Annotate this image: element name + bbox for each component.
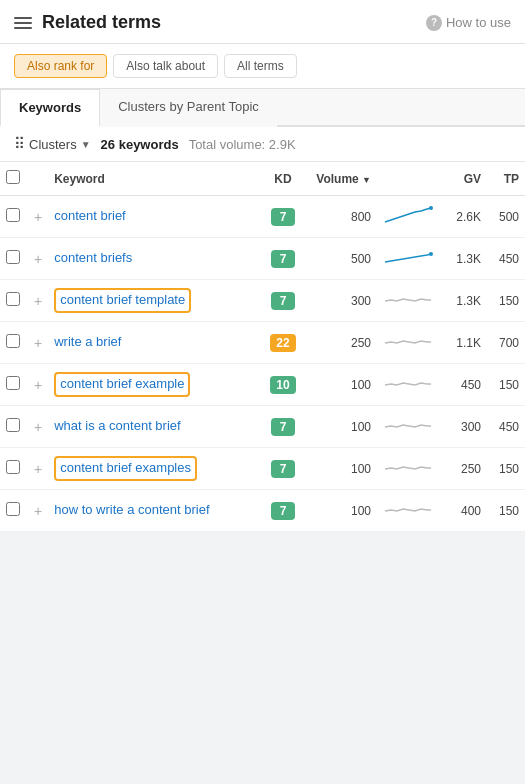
kd-cell: 10	[261, 364, 305, 406]
keyword-link[interactable]: how to write a content brief	[54, 502, 209, 517]
row-checkbox-cell	[0, 280, 28, 322]
table-row: + content brief 7 800 2.6K 500	[0, 196, 525, 238]
header: Related terms ? How to use	[0, 0, 525, 44]
volume-cell: 250	[305, 322, 377, 364]
col-header-volume[interactable]: Volume ▼	[305, 162, 377, 196]
row-checkbox-cell	[0, 322, 28, 364]
add-keyword-cell[interactable]: +	[28, 448, 48, 490]
hamburger-icon[interactable]	[14, 17, 32, 29]
svg-point-1	[429, 252, 433, 256]
row-checkbox[interactable]	[6, 418, 20, 432]
tp-cell: 150	[487, 280, 525, 322]
trend-cell	[377, 196, 439, 238]
clusters-button[interactable]: ⠿ Clusters ▼	[14, 135, 91, 153]
keywords-table: Keyword KD Volume ▼ GV TP + content brie…	[0, 162, 525, 532]
keyword-cell: content brief	[48, 196, 261, 238]
trend-cell	[377, 322, 439, 364]
table-row: + how to write a content brief 7 100 400…	[0, 490, 525, 532]
clusters-icon: ⠿	[14, 135, 25, 153]
row-checkbox[interactable]	[6, 250, 20, 264]
add-keyword-cell[interactable]: +	[28, 322, 48, 364]
row-checkbox-cell	[0, 406, 28, 448]
volume-cell: 500	[305, 238, 377, 280]
how-to-use-label: How to use	[446, 15, 511, 30]
also-talk-about-tab[interactable]: Also talk about	[113, 54, 218, 78]
kd-cell: 7	[261, 406, 305, 448]
clusters-by-parent-tab[interactable]: Clusters by Parent Topic	[100, 89, 277, 127]
col-header-check	[0, 162, 28, 196]
row-checkbox-cell	[0, 448, 28, 490]
table-row: + content brief template 7 300 1.3K 150	[0, 280, 525, 322]
row-checkbox[interactable]	[6, 376, 20, 390]
tp-cell: 150	[487, 490, 525, 532]
gv-cell: 1.3K	[439, 280, 487, 322]
sort-icon: ▼	[362, 175, 371, 185]
filter-tabs: Also rank for Also talk about All terms	[0, 44, 525, 89]
total-volume: Total volume: 2.9K	[189, 137, 296, 152]
how-to-use-button[interactable]: ? How to use	[426, 15, 511, 31]
trend-cell	[377, 448, 439, 490]
tp-cell: 500	[487, 196, 525, 238]
kd-badge: 7	[271, 292, 295, 310]
col-header-trend	[377, 162, 439, 196]
add-keyword-cell[interactable]: +	[28, 196, 48, 238]
table-row: + content briefs 7 500 1.3K 450	[0, 238, 525, 280]
col-header-keyword: Keyword	[48, 162, 261, 196]
table-row: + what is a content brief 7 100 300 450	[0, 406, 525, 448]
row-checkbox[interactable]	[6, 334, 20, 348]
gv-cell: 2.6K	[439, 196, 487, 238]
add-keyword-cell[interactable]: +	[28, 364, 48, 406]
table-row: + write a brief 22 250 1.1K 700	[0, 322, 525, 364]
add-keyword-cell[interactable]: +	[28, 490, 48, 532]
keyword-link[interactable]: write a brief	[54, 334, 121, 349]
keywords-count: 26 keywords	[101, 137, 179, 152]
trend-cell	[377, 364, 439, 406]
kd-badge: 7	[271, 208, 295, 226]
row-checkbox-cell	[0, 196, 28, 238]
add-keyword-cell[interactable]: +	[28, 238, 48, 280]
tp-cell: 450	[487, 238, 525, 280]
highlighted-keyword[interactable]: content brief example	[54, 372, 190, 396]
kd-cell: 7	[261, 448, 305, 490]
toolbar: ⠿ Clusters ▼ 26 keywords Total volume: 2…	[0, 127, 525, 162]
keyword-link[interactable]: content brief	[54, 208, 126, 223]
keyword-cell: how to write a content brief	[48, 490, 261, 532]
add-keyword-cell[interactable]: +	[28, 406, 48, 448]
trend-cell	[377, 406, 439, 448]
tp-cell: 450	[487, 406, 525, 448]
gv-cell: 1.3K	[439, 238, 487, 280]
also-rank-for-tab[interactable]: Also rank for	[14, 54, 107, 78]
row-checkbox[interactable]	[6, 292, 20, 306]
kd-badge: 10	[270, 376, 295, 394]
keyword-cell: what is a content brief	[48, 406, 261, 448]
highlighted-keyword[interactable]: content brief examples	[54, 456, 197, 480]
row-checkbox-cell	[0, 490, 28, 532]
kd-badge: 7	[271, 460, 295, 478]
col-header-kd: KD	[261, 162, 305, 196]
gv-cell: 400	[439, 490, 487, 532]
volume-cell: 100	[305, 448, 377, 490]
tp-cell: 150	[487, 364, 525, 406]
keyword-link[interactable]: content briefs	[54, 250, 132, 265]
row-checkbox[interactable]	[6, 208, 20, 222]
kd-cell: 7	[261, 238, 305, 280]
row-checkbox[interactable]	[6, 502, 20, 516]
kd-badge: 7	[271, 502, 295, 520]
trend-cell	[377, 490, 439, 532]
keyword-cell: content brief examples	[48, 448, 261, 490]
page-title: Related terms	[42, 12, 416, 33]
highlighted-keyword[interactable]: content brief template	[54, 288, 191, 312]
keyword-link[interactable]: what is a content brief	[54, 418, 180, 433]
row-checkbox[interactable]	[6, 460, 20, 474]
all-terms-tab[interactable]: All terms	[224, 54, 297, 78]
gv-cell: 300	[439, 406, 487, 448]
add-keyword-cell[interactable]: +	[28, 280, 48, 322]
kd-cell: 7	[261, 280, 305, 322]
volume-cell: 100	[305, 490, 377, 532]
keyword-cell: write a brief	[48, 322, 261, 364]
keywords-tab[interactable]: Keywords	[0, 89, 100, 127]
kd-cell: 22	[261, 322, 305, 364]
select-all-checkbox[interactable]	[6, 170, 20, 184]
table-row: + content brief example 10 100 450 150	[0, 364, 525, 406]
row-checkbox-cell	[0, 364, 28, 406]
